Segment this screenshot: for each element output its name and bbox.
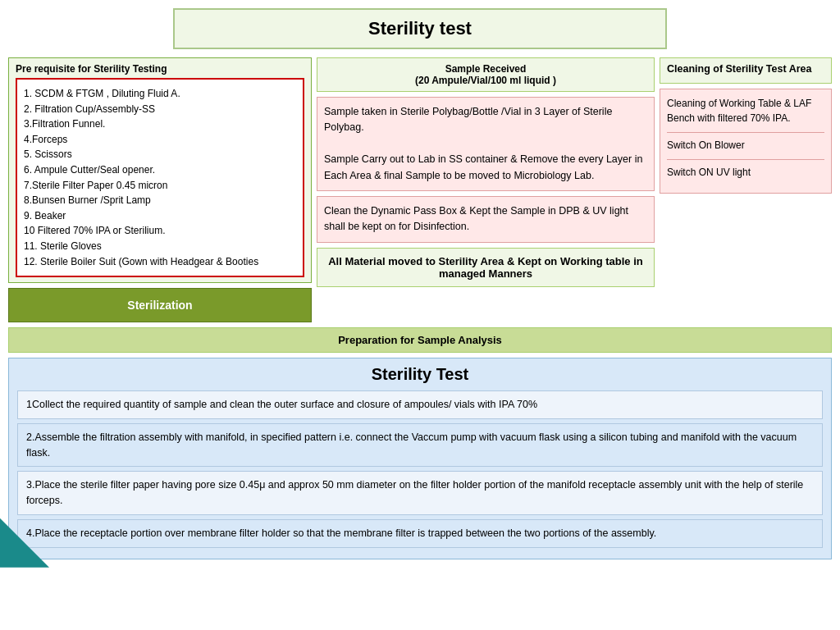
step-2-text: 2.Assemble the filtration assembly with …	[26, 431, 797, 459]
preparation-text: Preparation for Sample Analysis	[338, 334, 502, 346]
sterilization-box: Sterilization	[8, 288, 312, 322]
dpb-text: Clean the Dynamic Pass Box & Kept the Sa…	[324, 203, 647, 235]
all-material-banner: All Material moved to Sterility Area & K…	[317, 248, 655, 287]
cleaning-step2: Switch On Blower	[667, 138, 824, 153]
separator2	[667, 159, 824, 160]
all-material-text: All Material moved to Sterility Area & K…	[328, 255, 643, 280]
step-row-4: 4.Place the receptacle portion over memb…	[17, 519, 823, 548]
right-column: Cleaning of Sterility Test Area Cleaning…	[660, 57, 832, 322]
step-3-text: 3.Place the sterile filter paper having …	[26, 479, 803, 506]
dpb-box: Clean the Dynamic Pass Box & Kept the Sa…	[317, 196, 655, 243]
prereq-list-box: 1. SCDM & FTGM , Diluting Fluid A. 2. Fi…	[16, 78, 304, 277]
bottom-title: Sterility Test	[17, 365, 823, 384]
cleaning-step3: Switch ON UV light	[667, 165, 824, 180]
step-row-1: 1Collect the required quantity of sample…	[17, 390, 823, 419]
sterilization-label: Sterilization	[127, 299, 192, 312]
separator1	[667, 132, 824, 133]
step-row-3: 3.Place the sterile filter paper having …	[17, 471, 823, 515]
prereq-list: 1. SCDM & FTGM , Diluting Fluid A. 2. Fi…	[24, 86, 296, 269]
cleaning-header: Cleaning of Sterility Test Area	[667, 63, 824, 75]
cleaning-header-box: Cleaning of Sterility Test Area	[660, 57, 832, 84]
bottom-section: Sterility Test 1Collect the required qua…	[8, 358, 832, 559]
prereq-header: Pre requisite for Sterility Testing	[16, 63, 304, 75]
sample-received-text: Sample Received (20 Ampule/Vial/100 ml l…	[324, 63, 647, 86]
sample-transport-box: Sample taken in Sterile Polybag/Bottle /…	[317, 97, 655, 191]
middle-column: Sample Received (20 Ampule/Vial/100 ml l…	[317, 57, 655, 322]
prereq-outer-box: Pre requisite for Sterility Testing 1. S…	[8, 57, 312, 283]
sample-transport-text: Sample taken in Sterile Polybag/Bottle /…	[324, 104, 647, 184]
left-column: Pre requisite for Sterility Testing 1. S…	[8, 57, 312, 322]
preparation-banner: Preparation for Sample Analysis	[8, 327, 832, 353]
step-1-text: 1Collect the required quantity of sample…	[26, 399, 537, 410]
main-title: Sterility test	[191, 18, 649, 39]
cleaning-steps-box: Cleaning of Working Table & LAF Bench wi…	[660, 89, 832, 194]
step-row-2: 2.Assemble the filtration assembly with …	[17, 423, 823, 468]
step-4-text: 4.Place the receptacle portion over memb…	[26, 527, 656, 539]
cleaning-step1: Cleaning of Working Table & LAF Bench wi…	[667, 96, 824, 126]
main-title-box: Sterility test	[173, 8, 667, 49]
top-row: Pre requisite for Sterility Testing 1. S…	[8, 57, 832, 322]
sample-received-header: Sample Received (20 Ampule/Vial/100 ml l…	[317, 57, 655, 92]
